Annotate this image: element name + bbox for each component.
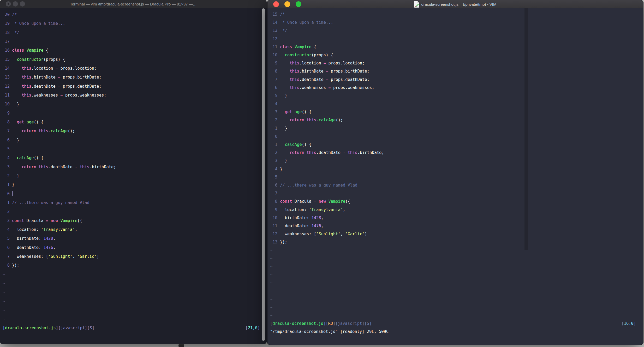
code-token: calcAge <box>285 142 302 147</box>
code-token: 'Sunlight' <box>48 254 73 259</box>
line-number: 17 <box>3 37 10 46</box>
line-number: 11 <box>270 222 277 230</box>
terminal-vim-buffer[interactable]: 20/*19 * Once upon a time...18 */1716cla… <box>0 8 267 342</box>
code-line: 8const Dracula = new Vampire({ <box>270 198 643 206</box>
line-number: 6 <box>3 243 10 252</box>
macvim-buffer[interactable]: 15/*14 * Once upon a time...13 */1211cla… <box>267 8 643 336</box>
code-line: 7 weaknesses: ['Sunlight', 'Garlic'] <box>3 252 267 261</box>
code-token: , <box>53 245 56 250</box>
tilde-line: ~ <box>3 315 267 324</box>
code-token: // ...there was a guy named Vlad <box>280 183 357 188</box>
code-token: props.deathDate; <box>60 84 102 89</box>
code-token: dracula-screenshot.js <box>272 321 323 326</box>
code-token: * Once upon a time... <box>280 20 333 25</box>
terminal-titlebar[interactable]: Terminal — vim /tmp/dracula-screenshot.j… <box>0 0 267 8</box>
code-token: .deathDate <box>316 150 343 155</box>
code-token: [ <box>270 321 272 326</box>
code-token: } <box>12 174 19 178</box>
macvim-titlebar[interactable]: JS dracula-screenshot.js = (/private/tmp… <box>267 0 643 8</box>
line-number: 2 <box>3 171 10 180</box>
tilde-marker: ~ <box>270 289 272 293</box>
code-token: birthDate: <box>280 216 311 220</box>
statusline-cursor-position: [21,0] <box>245 324 260 332</box>
code-token: RO <box>328 321 333 326</box>
code-token <box>280 69 290 74</box>
macvim-title-text: dracula-screenshot.js = (/private/tmp) -… <box>421 2 496 7</box>
line-number: 8 <box>270 67 277 75</box>
code-token: .birthDate; <box>357 150 384 155</box>
line-number: 0 <box>3 189 10 198</box>
close-button[interactable] <box>6 1 11 7</box>
zoom-button[interactable] <box>20 1 25 7</box>
code-line: 1 calcAge() { <box>270 141 643 149</box>
line-number: 8 <box>3 261 10 270</box>
line-number: 3 <box>3 163 10 171</box>
line-number: 9 <box>270 59 277 67</box>
code-token: */ <box>280 28 287 33</box>
line-number: 1 <box>270 124 277 133</box>
tilde-line: ~ <box>3 279 267 288</box>
code-line: 13 */ <box>270 27 643 35</box>
code-token: , <box>321 224 324 228</box>
code-token: return <box>290 150 304 155</box>
code-token: dracula-screenshot.js <box>5 326 56 330</box>
code-token <box>12 165 22 169</box>
code-token: ({ <box>77 218 82 223</box>
code-token <box>58 218 60 223</box>
code-token: this <box>39 129 48 133</box>
code-token: calcAge <box>319 118 336 122</box>
code-token: ] <box>634 321 636 326</box>
code-token: ] <box>97 254 99 259</box>
tilde-marker: ~ <box>3 299 5 304</box>
code-line: 19 * Once upon a time... <box>3 19 267 28</box>
code-token: .weaknesses <box>31 93 60 98</box>
code-token: = <box>60 93 63 98</box>
line-number: 1 <box>3 180 10 189</box>
code-token: new <box>319 199 326 204</box>
code-token: () { <box>302 142 311 147</box>
line-number: 6 <box>270 84 277 92</box>
line-number: 14 <box>3 64 10 73</box>
code-token: this <box>290 61 299 65</box>
code-token <box>36 129 39 133</box>
code-token: birthDate: <box>12 236 43 241</box>
close-button[interactable] <box>273 1 279 7</box>
code-token: .location <box>299 61 324 65</box>
code-token: const <box>12 218 24 223</box>
code-line: 13}); <box>270 238 643 246</box>
code-token <box>24 48 26 53</box>
code-token: .location <box>31 66 56 71</box>
minimize-button[interactable] <box>284 1 290 7</box>
line-number: 15 <box>3 55 10 64</box>
zoom-button[interactable] <box>296 1 301 7</box>
code-token: class <box>280 45 292 49</box>
code-line: 5 <box>3 145 267 153</box>
code-token <box>280 110 285 114</box>
vim-command-line <box>3 333 267 342</box>
tilde-marker: ~ <box>270 305 272 310</box>
line-number: 7 <box>3 127 10 135</box>
code-line: 3 get age() { <box>270 108 643 116</box>
code-token: /* <box>12 12 17 17</box>
code-token: Vampire <box>328 199 345 204</box>
line-number: 13 <box>270 238 277 246</box>
tilde-marker: ~ <box>3 317 5 321</box>
macvim-window-controls <box>267 0 307 8</box>
minimize-button[interactable] <box>13 1 18 7</box>
code-token: this <box>22 66 31 71</box>
code-token: props.location; <box>326 61 365 65</box>
code-token: = <box>324 61 326 65</box>
code-token: () { <box>34 155 43 160</box>
line-number: 1 <box>3 198 10 207</box>
code-token: Vampire <box>27 48 44 53</box>
code-token: calcAge <box>17 155 34 160</box>
terminal-window-title: Terminal — vim /tmp/dracula-screenshot.j… <box>70 2 197 6</box>
terminal-scrollbar[interactable] <box>262 8 265 341</box>
code-token <box>24 120 26 124</box>
line-number: 1 <box>270 141 277 149</box>
tilde-line: ~ <box>270 246 643 254</box>
tilde-line: ~ <box>270 295 643 303</box>
tilde-line: ~ <box>270 255 643 263</box>
line-number: 4 <box>3 153 10 162</box>
code-token: .birthDate; <box>90 165 116 169</box>
